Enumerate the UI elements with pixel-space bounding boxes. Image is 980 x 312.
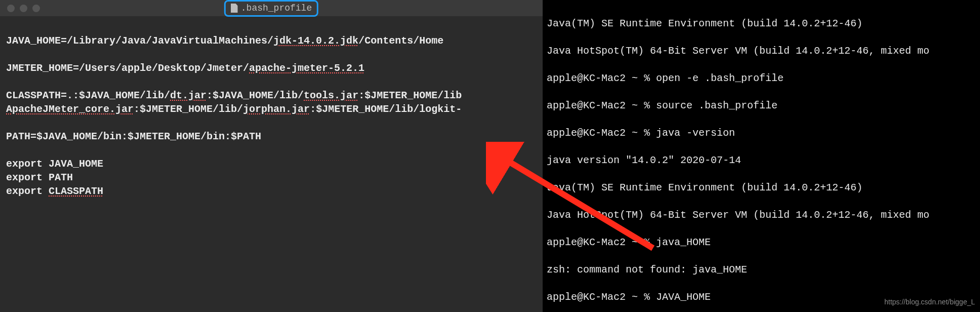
terminal-window[interactable]: Java(TM) SE Runtime Environment (build 1… <box>543 0 980 312</box>
editor-content[interactable]: JAVA_HOME=/Library/Java/JavaVirtualMachi… <box>0 16 543 202</box>
editor-line: CLASSPATH=.:$JAVA_HOME/lib/dt.jar:$JAVA_… <box>6 90 462 101</box>
editor-line: ApacheJMeter_core.jar:$JMETER_HOME/lib/j… <box>6 103 462 115</box>
editor-window: .bash_profile JAVA_HOME=/Library/Java/Ja… <box>0 0 543 312</box>
watermark: https://blog.csdn.net/bigge_L <box>884 295 975 309</box>
terminal-line: Java HotSpot(TM) 64-Bit Server VM (build… <box>547 44 976 58</box>
document-icon <box>231 4 238 13</box>
zoom-icon[interactable] <box>32 5 40 12</box>
editor-line: export JAVA_HOME <box>6 158 103 170</box>
editor-line: PATH=$JAVA_HOME/bin:$JMETER_HOME/bin:$PA… <box>6 131 261 142</box>
terminal-line: apple@KC-Mac2 ~ % java_HOME <box>547 236 976 249</box>
terminal-line: apple@KC-Mac2 ~ % source .bash_profile <box>547 99 976 112</box>
editor-line: JMETER_HOME=/Users/apple/Desktop/Jmeter/… <box>6 62 364 74</box>
close-icon[interactable] <box>7 5 15 12</box>
terminal-line: Java(TM) SE Runtime Environment (build 1… <box>547 17 976 30</box>
editor-line: JAVA_HOME=/Library/Java/JavaVirtualMachi… <box>6 35 443 47</box>
terminal-line: apple@KC-Mac2 ~ % open -e .bash_profile <box>547 71 976 85</box>
editor-line: export PATH <box>6 172 73 183</box>
terminal-line: Java HotSpot(TM) 64-Bit Server VM (build… <box>547 208 976 222</box>
terminal-line: zsh: command not found: java_HOME <box>547 263 976 277</box>
traffic-lights <box>0 5 40 12</box>
minimize-icon[interactable] <box>20 5 27 12</box>
window-title-text: .bash_profile <box>241 2 312 15</box>
window-title: .bash_profile <box>224 0 318 17</box>
editor-line: export CLASSPATH <box>6 185 103 197</box>
terminal-line: Java(TM) SE Runtime Environment (build 1… <box>547 181 976 194</box>
terminal-line: apple@KC-Mac2 ~ % java -version <box>547 126 976 140</box>
terminal-line: java version "14.0.2" 2020-07-14 <box>547 153 976 167</box>
window-titlebar: .bash_profile <box>0 0 543 16</box>
